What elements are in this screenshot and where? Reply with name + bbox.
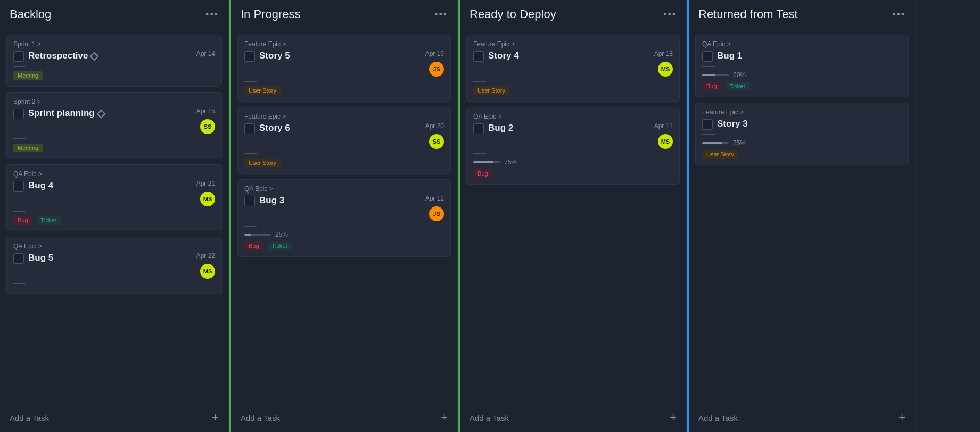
card-story4[interactable]: Feature Epic >Story 4Apr 18MSUser Story [466,35,680,102]
card-tags-story5: User Story [244,86,444,95]
add-task-plus-icon[interactable]: + [212,411,219,425]
card-epic-bug2[interactable]: QA Epic > [473,113,673,120]
card-epic-story3[interactable]: Feature Epic > [702,109,902,116]
card-right-bug4: Apr 21MS [196,180,215,206]
card-checkbox-retrospective[interactable] [13,51,24,62]
card-avatar-story6: SS [429,134,444,149]
add-task-plus-icon[interactable]: + [441,411,448,425]
card-divider-story5 [244,81,257,82]
card-title-bug1: Bug 1 [717,50,742,62]
card-checkbox-story4[interactable] [473,51,484,62]
card-left-bug4: Bug 4 [13,180,192,192]
card-tags-story4: User Story [473,86,673,95]
card-top-retrospective: RetrospectiveApr 14 [13,50,215,62]
tag-userstory-story6: User Story [244,159,281,167]
column-title-returned-from-test: Returned from Test [698,7,798,21]
column-backlog: Backlog•••Sprint 1 >RetrospectiveApr 14M… [0,0,229,432]
card-progress-bug2: 75% [473,159,673,166]
progress-bar-bg [473,161,500,163]
column-body-returned-from-test: QA Epic >Bug 150%BugTicketFeature Epic >… [689,29,915,403]
card-tags-bug3: BugTicket [244,242,444,250]
card-story6[interactable]: Feature Epic >Story 6Apr 20SSUser Story [237,107,451,174]
column-body-in-progress: Feature Epic >Story 5Apr 19JSUser StoryF… [231,29,457,403]
card-title-bug4: Bug 4 [28,180,53,192]
card-date-bug4: Apr 21 [196,180,215,187]
card-retrospective[interactable]: Sprint 1 >RetrospectiveApr 14Meeting [6,35,222,87]
card-date-retrospective: Apr 14 [196,50,215,57]
card-tags-retrospective: Meeting [13,71,215,80]
card-date-bug2: Apr 11 [654,122,673,130]
card-bug4[interactable]: QA Epic >Bug 4Apr 21MSBugTicket [6,164,222,231]
card-title-sprint-planning: Sprint planning [28,107,104,119]
card-checkbox-story6[interactable] [244,123,255,134]
column-menu-backlog[interactable]: ••• [205,9,219,20]
card-bug2[interactable]: QA Epic >Bug 2Apr 11MS75%Bug [466,107,680,185]
card-divider-retrospective [13,66,26,67]
add-task-backlog[interactable]: Add a Task+ [0,403,228,432]
card-checkbox-bug1[interactable] [702,51,713,62]
progress-text: 25% [275,231,288,238]
card-divider-story3 [702,134,715,135]
card-epic-bug5[interactable]: QA Epic > [13,243,215,250]
card-epic-story6[interactable]: Feature Epic > [244,113,444,120]
add-task-returned-from-test[interactable]: Add a Task+ [689,403,915,432]
column-menu-in-progress[interactable]: ••• [434,9,448,20]
card-checkbox-bug3[interactable] [244,196,255,206]
tag-ticket-bug1: Ticket [726,82,750,90]
card-checkbox-bug2[interactable] [473,123,484,134]
card-checkbox-bug5[interactable] [13,253,24,264]
card-divider-story4 [473,81,486,82]
card-bug3[interactable]: QA Epic >Bug 3Apr 12JS25%BugTicket [237,179,451,257]
card-epic-sprint-planning[interactable]: Sprint 2 > [13,98,215,105]
card-top-story3: Story 3 [702,118,902,130]
card-top-bug1: Bug 1 [702,50,902,62]
column-title-in-progress: In Progress [241,7,301,21]
card-epic-story5[interactable]: Feature Epic > [244,40,444,48]
card-right-bug5: Apr 22MS [196,252,215,279]
progress-bar-fill [473,161,493,163]
progress-bar-fill [702,142,722,144]
card-left-bug3: Bug 3 [244,195,421,206]
card-story5[interactable]: Feature Epic >Story 5Apr 19JSUser Story [237,35,451,102]
card-checkbox-story5[interactable] [244,51,255,62]
card-tags-sprint-planning: Meeting [13,144,215,152]
add-task-label: Add a Task [698,413,738,422]
card-progress-story3: 75% [702,139,902,147]
card-story3[interactable]: Feature Epic >Story 375%User Story [695,103,909,165]
diamond-icon [96,109,105,118]
card-epic-retrospective[interactable]: Sprint 1 > [13,40,215,48]
card-sprint-planning[interactable]: Sprint 2 >Sprint planningApr 15SSMeeting [6,92,222,159]
card-checkbox-story3[interactable] [702,119,713,130]
card-checkbox-bug4[interactable] [13,181,24,192]
card-epic-bug4[interactable]: QA Epic > [13,170,215,178]
add-task-ready-to-deploy[interactable]: Add a Task+ [460,403,686,432]
card-bug1[interactable]: QA Epic >Bug 150%BugTicket [695,35,909,97]
card-epic-bug3[interactable]: QA Epic > [244,185,444,193]
card-avatar-bug5: MS [200,264,215,279]
card-title-story3: Story 3 [717,118,748,130]
card-title-bug3: Bug 3 [259,195,284,206]
card-title-story6: Story 6 [259,122,290,134]
card-epic-bug1[interactable]: QA Epic > [702,40,902,48]
add-task-plus-icon[interactable]: + [670,411,677,425]
card-right-bug2: Apr 11MS [654,122,673,149]
card-left-bug5: Bug 5 [13,252,192,264]
add-task-plus-icon[interactable]: + [899,411,905,425]
card-avatar-bug2: MS [658,134,673,149]
card-top-sprint-planning: Sprint planningApr 15SS [13,107,215,134]
card-epic-story4[interactable]: Feature Epic > [473,40,673,48]
column-menu-returned-from-test[interactable]: ••• [892,9,905,20]
card-bug5[interactable]: QA Epic >Bug 5Apr 22MS [6,237,222,295]
card-divider-bug4 [13,211,26,212]
column-header-in-progress: In Progress••• [231,0,457,29]
card-checkbox-sprint-planning[interactable] [13,109,24,119]
card-avatar-sprint-planning: SS [200,119,215,134]
add-task-in-progress[interactable]: Add a Task+ [231,403,457,432]
tag-meeting-retrospective: Meeting [13,71,43,80]
card-top-story6: Story 6Apr 20SS [244,122,444,149]
card-left-story4: Story 4 [473,50,650,62]
card-right-sprint-planning: Apr 15SS [196,107,215,134]
card-left-retrospective: Retrospective [13,50,192,62]
column-menu-ready-to-deploy[interactable]: ••• [663,9,677,20]
column-title-ready-to-deploy: Ready to Deploy [470,7,556,21]
